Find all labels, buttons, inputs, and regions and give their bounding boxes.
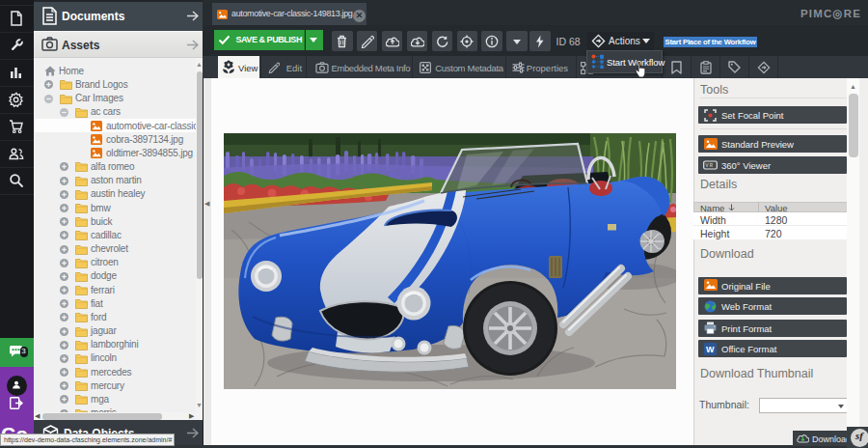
svg-text:V R: V R (706, 163, 714, 168)
svg-text:W: W (706, 345, 715, 354)
